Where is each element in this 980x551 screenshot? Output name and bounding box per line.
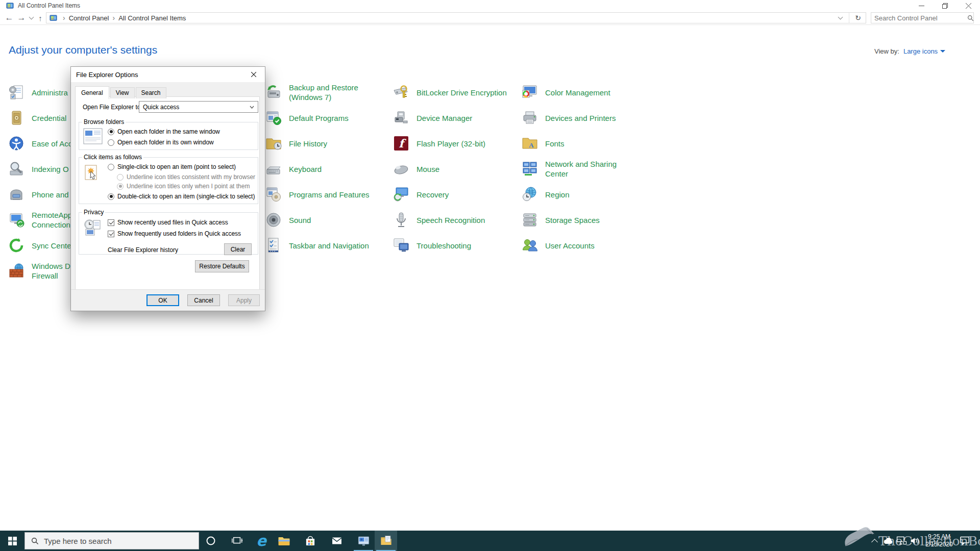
tray-expand-button[interactable] [869, 531, 880, 551]
checkbox-show-frequent-folders[interactable]: Show frequently used folders in Quick ac… [108, 230, 241, 238]
cortana-button[interactable] [200, 531, 222, 551]
radio-single-click[interactable]: Single-click to open an item (point to s… [108, 163, 236, 171]
address-dropdown-button[interactable] [832, 17, 848, 19]
user-accounts-icon [522, 237, 538, 254]
speech-recognition-icon [393, 212, 409, 228]
file-history-icon [265, 135, 282, 152]
mail-taskbar-button[interactable] [326, 531, 348, 551]
control-panel-search[interactable] [871, 12, 974, 23]
radio-double-click[interactable]: Double-click to open an item (single-cli… [108, 192, 255, 201]
breadcrumb-all-control-panel-items[interactable]: All Control Panel Items [118, 14, 186, 22]
network-tray-icon[interactable] [895, 531, 909, 551]
action-center-button[interactable] [957, 531, 973, 551]
open-file-explorer-to-value: Quick access [143, 104, 179, 111]
privacy-group: Privacy Show recently used files in Quic… [79, 209, 258, 255]
control-panel-item[interactable]: Taskbar and Navigation [265, 233, 393, 258]
control-panel-item-label: File History [289, 139, 327, 148]
tab-view[interactable]: View [110, 87, 135, 98]
task-view-button[interactable] [227, 531, 248, 551]
taskbar-clock[interactable]: 9:25 AM 2/15/2020 [922, 531, 957, 551]
cancel-button[interactable]: Cancel [187, 294, 220, 306]
clear-button[interactable]: Clear [224, 243, 252, 255]
refresh-button[interactable]: ↻ [850, 14, 866, 22]
breadcrumb-control-panel[interactable]: Control Panel [69, 14, 109, 22]
dialog-close-button[interactable] [242, 67, 265, 82]
color-management-icon [522, 84, 538, 101]
store-taskbar-button[interactable] [299, 531, 322, 551]
control-panel-item[interactable]: Programs and Features [265, 182, 393, 207]
checkbox-show-recent-files[interactable]: Show recently used files in Quick access [108, 218, 228, 227]
taskbar-search[interactable]: Type here to search [24, 532, 199, 549]
ok-button[interactable]: OK [146, 294, 179, 306]
breadcrumb-separator: › [109, 14, 118, 22]
up-button[interactable]: ↑ [35, 11, 46, 24]
forward-button[interactable]: → [15, 11, 28, 24]
control-panel-item-label: Devices and Printers [545, 113, 616, 123]
control-panel-item-label: Storage Spaces [545, 215, 600, 225]
single-click-icon [84, 165, 100, 183]
file-explorer-options-taskbar-button[interactable] [375, 531, 397, 551]
search-control-panel-input[interactable] [871, 14, 967, 22]
control-panel-item[interactable]: fFlash Player (32-bit) [393, 131, 521, 156]
minimize-button[interactable] [910, 0, 933, 11]
recent-pages-button[interactable] [28, 11, 35, 24]
control-panel-item-label: Indexing O [32, 164, 69, 174]
control-panel-item[interactable]: User Accounts [522, 233, 649, 258]
control-panel-item[interactable]: Recovery [393, 182, 521, 207]
control-panel-item[interactable]: Mouse [393, 156, 521, 182]
edge-taskbar-button[interactable]: e [250, 531, 273, 551]
mouse-icon [393, 161, 409, 177]
view-by-dropdown[interactable]: Large icons [903, 47, 945, 55]
tab-search[interactable]: Search [136, 87, 166, 98]
maximize-button[interactable] [933, 0, 957, 11]
administrative-tools-icon [8, 84, 24, 101]
control-panel-item[interactable]: Region [522, 182, 649, 207]
radio-selected-icon [108, 193, 114, 200]
control-panel-taskbar-button[interactable] [352, 531, 375, 551]
control-panel-item[interactable]: Device Manager [393, 105, 521, 131]
control-panel-item[interactable]: Speech Recognition [393, 207, 521, 233]
close-button[interactable] [957, 0, 980, 11]
control-panel-item-label: Troubleshooting [416, 241, 471, 251]
backup-and-restore-icon [265, 84, 282, 101]
control-panel-item[interactable]: Default Programs [265, 105, 393, 131]
control-panel-item-label: Programs and Features [289, 190, 370, 199]
clock-date: 2/15/2020 [925, 541, 952, 548]
restore-defaults-button[interactable]: Restore Defaults [195, 260, 249, 272]
control-panel-item[interactable]: Backup and Restore (Windows 7) [265, 80, 393, 105]
control-panel-item-label: Administra [32, 88, 68, 97]
control-panel-item[interactable]: File History [265, 131, 393, 156]
control-panel-item[interactable]: Storage Spaces [522, 207, 649, 233]
taskbar-search-placeholder: Type here to search [44, 537, 112, 545]
phone-and-modem-icon [8, 186, 24, 203]
control-panel-item[interactable]: AFonts [522, 131, 649, 156]
radio-open-own-window[interactable]: Open each folder in its own window [108, 138, 214, 146]
control-panel-item[interactable]: BitLocker Drive Encryption [393, 80, 521, 105]
dialog-footer: OK Cancel Apply [71, 289, 265, 311]
devices-and-printers-icon [522, 110, 538, 126]
back-button[interactable]: ← [3, 11, 15, 24]
control-panel-icon [357, 534, 371, 548]
control-panel-item[interactable]: Keyboard [265, 156, 393, 182]
start-button[interactable] [0, 531, 24, 551]
edge-icon: e [256, 532, 266, 549]
address-bar[interactable]: › Control Panel › All Control Panel Item… [46, 12, 866, 23]
open-file-explorer-to-select[interactable]: Quick access [139, 101, 258, 113]
taskbar-and-navigation-icon [265, 237, 282, 254]
volume-tray-icon[interactable] [909, 531, 922, 551]
radio-icon [108, 139, 114, 146]
dialog-tabs: General View Search [75, 86, 167, 98]
clock-time: 9:25 AM [928, 533, 950, 541]
radio-open-same-window[interactable]: Open each folder in the same window [108, 128, 220, 136]
control-panel-item[interactable]: Devices and Printers [522, 105, 649, 131]
control-panel-item[interactable]: Sound [265, 207, 393, 233]
file-explorer-taskbar-button[interactable] [273, 531, 295, 551]
view-by-value: Large icons [903, 47, 938, 55]
tab-general[interactable]: General [75, 86, 109, 99]
control-panel-item[interactable]: Color Management [522, 80, 649, 105]
onedrive-tray-icon[interactable] [881, 531, 895, 551]
view-by-label: View by: [874, 47, 899, 55]
troubleshooting-icon [393, 237, 409, 254]
control-panel-item[interactable]: Network and Sharing Center [522, 156, 649, 182]
control-panel-item[interactable]: Troubleshooting [393, 233, 521, 258]
